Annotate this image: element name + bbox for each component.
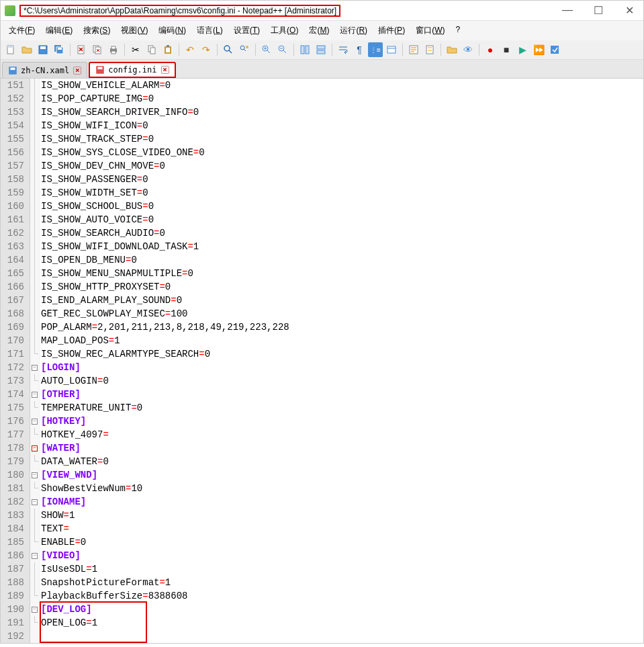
fast-forward-icon[interactable]: ⏩ (531, 42, 546, 57)
menu-item[interactable]: 宏(M) (305, 22, 333, 39)
paste-icon[interactable] (160, 42, 175, 57)
svg-rect-26 (387, 46, 396, 53)
svg-point-18 (224, 46, 230, 51)
highlight-box (40, 601, 147, 643)
svg-rect-23 (306, 46, 309, 54)
svg-rect-33 (11, 67, 15, 70)
menu-item[interactable]: 工具(O) (267, 22, 302, 39)
minimize-button[interactable]: — (557, 4, 578, 17)
tabbar: zh-CN.xaml×config.ini× (1, 60, 643, 79)
app-icon (5, 5, 15, 16)
save-icon[interactable] (36, 42, 50, 57)
titlebar: *C:\Users\Administrator\AppData\Roaming\… (1, 1, 643, 21)
code-area[interactable]: IS_SHOW_VEHICLE_ALARM=0IS_POP_CAPTURE_IM… (40, 79, 643, 643)
save-macro-icon[interactable] (547, 42, 562, 57)
replace-icon[interactable] (237, 42, 252, 57)
print-icon[interactable] (106, 42, 121, 57)
menu-item[interactable]: 编码(N) (154, 22, 190, 39)
line-number-gutter: 1511521531541551561571581591601611621631… (1, 79, 30, 643)
menu-item[interactable]: 设置(T) (230, 22, 264, 39)
tab-close-icon[interactable]: × (73, 67, 81, 75)
monitor-icon[interactable]: 👁 (461, 42, 475, 57)
svg-rect-35 (98, 67, 103, 70)
menubar: 文件(F)编辑(E)搜索(S)视图(V)编码(N)语言(L)设置(T)工具(O)… (1, 21, 643, 40)
undo-icon[interactable]: ↶ (183, 42, 197, 57)
svg-rect-6 (58, 48, 62, 50)
cut-icon[interactable]: ✂ (128, 42, 143, 57)
close-file-icon[interactable] (74, 42, 89, 57)
menu-item[interactable]: ? (451, 22, 464, 39)
sync-h-icon[interactable] (314, 42, 328, 57)
menu-item[interactable]: 编辑(E) (42, 22, 77, 39)
doc-map-icon[interactable] (422, 42, 437, 57)
window-title: *C:\Users\Administrator\AppData\Roaming\… (19, 5, 557, 17)
menu-item[interactable]: 搜索(S) (79, 22, 114, 39)
svg-rect-24 (317, 46, 325, 49)
svg-rect-31 (551, 46, 559, 54)
folder-icon[interactable] (445, 42, 459, 57)
svg-rect-22 (301, 46, 304, 54)
close-button[interactable]: ✕ (619, 4, 639, 17)
menu-item[interactable]: 语言(L) (193, 22, 227, 39)
wordwrap-icon[interactable] (336, 42, 351, 57)
svg-rect-25 (317, 50, 325, 54)
tab[interactable]: config.ini× (89, 62, 175, 78)
func-list-icon[interactable] (406, 42, 421, 57)
notepad-window: *C:\Users\Administrator\AppData\Roaming\… (0, 0, 644, 644)
fold-column[interactable]: −−−−−−−− (30, 79, 40, 643)
svg-rect-30 (428, 50, 432, 51)
zoom-in-icon[interactable] (259, 42, 274, 57)
menu-item[interactable]: 窗口(W) (412, 22, 449, 39)
svg-rect-12 (111, 51, 116, 54)
maximize-button[interactable]: ☐ (588, 4, 608, 17)
record-icon[interactable]: ● (483, 42, 498, 57)
indent-guide-icon[interactable]: ⋮≡ (368, 42, 383, 57)
svg-rect-14 (150, 48, 155, 54)
zoom-out-icon[interactable] (275, 42, 290, 57)
svg-rect-29 (428, 47, 432, 48)
editor[interactable]: 1511521531541551561571581591601611621631… (1, 79, 643, 643)
svg-rect-16 (166, 48, 170, 52)
copy-icon[interactable] (144, 42, 159, 57)
open-file-icon[interactable] (19, 42, 34, 57)
close-all-icon[interactable] (90, 42, 105, 57)
svg-rect-3 (40, 46, 46, 49)
find-icon[interactable] (221, 42, 236, 57)
play-icon[interactable]: ▶ (515, 42, 530, 57)
save-all-icon[interactable] (52, 42, 66, 57)
sync-v-icon[interactable] (297, 42, 312, 57)
lang-icon[interactable] (384, 42, 399, 57)
svg-rect-11 (111, 46, 116, 49)
menu-item[interactable]: 运行(R) (336, 22, 371, 39)
menu-item[interactable]: 插件(P) (374, 22, 409, 39)
svg-rect-1 (7, 46, 13, 48)
menu-item[interactable]: 文件(F) (5, 22, 39, 39)
stop-icon[interactable]: ■ (499, 42, 514, 57)
tab[interactable]: zh-CN.xaml× (2, 62, 87, 78)
svg-rect-17 (167, 45, 169, 47)
new-file-icon[interactable] (3, 42, 18, 57)
redo-icon[interactable]: ↷ (199, 42, 214, 57)
menu-item[interactable]: 视图(V) (117, 22, 152, 39)
show-all-chars-icon[interactable]: ¶ (352, 42, 367, 57)
tab-close-icon[interactable]: × (161, 66, 169, 74)
toolbar: ✂ ↶ ↷ ¶ ⋮≡ 👁 ● ■ ▶ ⏩ (1, 40, 643, 60)
